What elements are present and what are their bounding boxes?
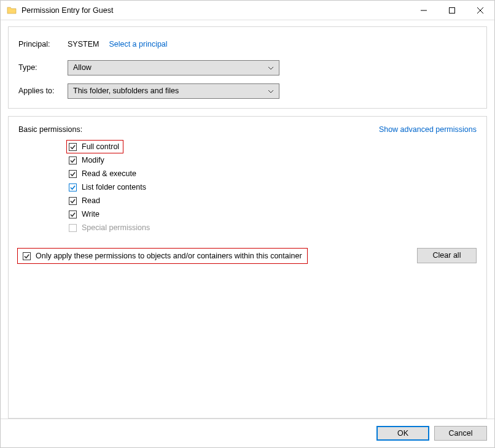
only-apply-highlight: Only apply these permissions to objects …	[17, 248, 308, 264]
permission-checkbox[interactable]	[69, 156, 77, 164]
applies-select[interactable]: This folder, subfolders and files	[68, 83, 279, 99]
cancel-button[interactable]: Cancel	[434, 426, 487, 441]
permission-checkbox[interactable]	[69, 143, 77, 151]
principal-value: SYSTEM	[68, 40, 99, 48]
permission-item: List folder contents	[69, 183, 146, 191]
type-label: Type:	[18, 63, 68, 72]
permissions-list: Full controlModifyRead & executeList fol…	[69, 142, 477, 232]
permission-label: Write	[82, 210, 99, 218]
permission-item: Full control	[66, 140, 123, 153]
permission-label: Special permissions	[82, 223, 150, 232]
permission-label: Read & execute	[82, 169, 136, 178]
principal-label: Principal:	[18, 40, 68, 48]
permission-label: List folder contents	[82, 183, 146, 191]
permission-item: Write	[69, 210, 99, 218]
permission-label: Modify	[82, 156, 104, 164]
applies-label: Applies to:	[18, 87, 68, 95]
permission-label: Read	[82, 196, 100, 205]
permission-item: Modify	[69, 156, 104, 164]
permission-checkbox	[69, 224, 77, 232]
select-principal-link[interactable]: Select a principal	[109, 40, 167, 48]
close-button[interactable]	[466, 1, 494, 20]
applies-select-value: This folder, subfolders and files	[73, 87, 179, 95]
folder-icon	[7, 6, 17, 15]
basic-permissions-title: Basic permissions:	[18, 125, 82, 134]
permission-item: Read & execute	[69, 169, 136, 178]
clear-all-button[interactable]: Clear all	[417, 248, 477, 263]
only-apply-checkbox[interactable]	[23, 252, 31, 260]
permission-item: Read	[69, 196, 100, 205]
permission-checkbox[interactable]	[69, 170, 77, 178]
show-advanced-link[interactable]: Show advanced permissions	[379, 125, 477, 134]
type-select-value: Allow	[73, 63, 92, 72]
permission-checkbox[interactable]	[69, 210, 77, 218]
permission-checkbox[interactable]	[69, 183, 77, 191]
principal-panel: Principal: SYSTEM Select a principal Typ…	[8, 26, 487, 109]
permission-label: Full control	[82, 142, 119, 151]
ok-button[interactable]: OK	[376, 426, 429, 441]
permissions-panel: Basic permissions: Show advanced permiss…	[8, 116, 487, 419]
only-apply-label: Only apply these permissions to objects …	[36, 252, 302, 260]
dialog-footer: OK Cancel	[1, 419, 494, 447]
window-title: Permission Entry for Guest	[21, 6, 410, 15]
maximize-button[interactable]	[438, 1, 466, 20]
minimize-button[interactable]	[410, 1, 438, 20]
permission-checkbox[interactable]	[69, 197, 77, 205]
permission-item: Special permissions	[69, 223, 150, 232]
type-select[interactable]: Allow	[68, 60, 279, 75]
chevron-down-icon	[268, 88, 274, 94]
titlebar: Permission Entry for Guest	[1, 1, 494, 20]
chevron-down-icon	[268, 64, 274, 71]
svg-rect-1	[450, 7, 455, 13]
